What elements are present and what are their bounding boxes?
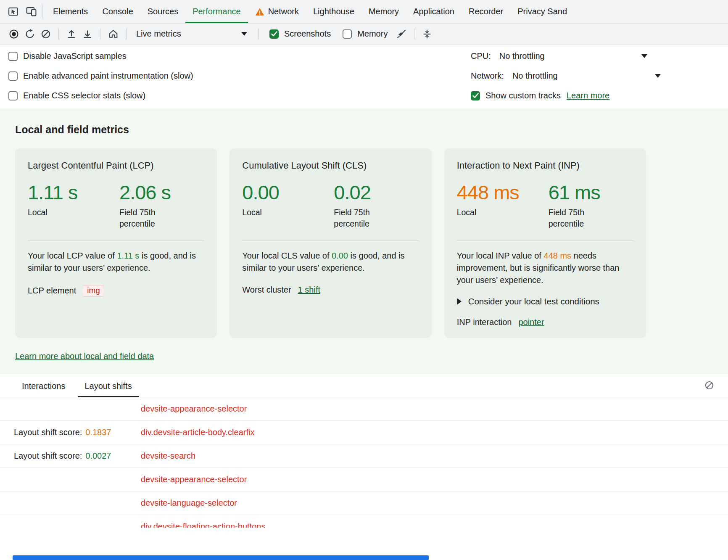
reload-and-record-button[interactable] (23, 27, 37, 41)
element-link[interactable]: devsite-appearance-selector (141, 404, 247, 414)
cpu-throttle-select[interactable]: CPU: No throttling (471, 46, 647, 66)
layout-shift-row: Layout shift score: 0.0027 devsite-searc… (0, 444, 728, 468)
card-title: Interaction to Next Paint (INP) (457, 160, 633, 171)
inp-interaction-link[interactable]: pointer (518, 317, 544, 327)
log-tabs-header: Interactions Layout shifts (0, 374, 728, 397)
field-label: Field 75th percentile (549, 207, 605, 229)
element-link[interactable]: devsite-search (141, 451, 195, 461)
layout-shift-row: div.devsite-floating-action-buttons (0, 515, 728, 528)
tab-console[interactable]: Console (95, 0, 140, 23)
network-throttle-select[interactable]: Network: No throttling (471, 66, 647, 86)
tab-layout-shifts[interactable]: Layout shifts (78, 375, 138, 397)
clear-icon (40, 29, 51, 40)
tab-elements[interactable]: Elements (46, 0, 95, 23)
live-metrics-log: Interactions Layout shifts devsite-appea… (0, 374, 728, 528)
memory-checkbox[interactable]: Memory (338, 29, 393, 39)
custom-tracks-row: Show custom tracks Learn more (471, 86, 647, 106)
broom-icon (396, 29, 407, 40)
throttling-options: CPU: No throttling Network: No throttlin… (471, 46, 647, 106)
tab-application[interactable]: Application (406, 0, 462, 23)
tab-memory[interactable]: Memory (361, 0, 406, 23)
inspect-element-button[interactable] (6, 4, 21, 19)
tab-sources[interactable]: Sources (140, 0, 185, 23)
consider-local-test-conditions-toggle[interactable]: Consider your local test conditions (457, 296, 633, 306)
layout-shift-row: Layout shift score: 0.1837 div.devsite-a… (0, 421, 728, 444)
tab-privacy-sandbox[interactable]: Privacy Sand (510, 0, 574, 23)
tab-lighthouse[interactable]: Lighthouse (306, 0, 361, 23)
lcp-card: Largest Contentful Paint (LCP) 1.11 s Lo… (15, 148, 217, 338)
learn-more-field-data-link[interactable]: Learn more about local and field data (15, 351, 154, 361)
show-custom-tracks-label: Show custom tracks (485, 91, 561, 100)
collapse-icon (422, 29, 433, 40)
element-link[interactable]: devsite-appearance-selector (141, 475, 247, 484)
advanced-paint-instrumentation-checkbox[interactable]: Enable advanced paint instrumentation (s… (3, 71, 198, 81)
learn-more-link[interactable]: Learn more (567, 91, 609, 100)
lcp-description: Your local LCP value of 1.11 s is good, … (28, 250, 204, 274)
home-button[interactable] (106, 26, 121, 41)
divider (58, 29, 59, 40)
local-field-metrics-section: Local and field metrics Largest Contentf… (0, 109, 728, 374)
block-icon (704, 380, 715, 391)
element-link[interactable]: div.devsite-article-body.clearfix (141, 428, 254, 437)
inp-interaction-label: INP interaction (457, 317, 512, 327)
layout-shift-score: Layout shift score: 0.1837 (14, 428, 141, 437)
memory-label: Memory (357, 29, 388, 39)
element-link[interactable]: devsite-language-selector (141, 498, 237, 508)
metric-cards: Largest Contentful Paint (LCP) 1.11 s Lo… (0, 136, 728, 338)
triangle-right-icon (457, 298, 462, 305)
home-icon (108, 28, 119, 40)
section-heading: Local and field metrics (15, 124, 728, 136)
divider (100, 29, 100, 40)
screenshots-label: Screenshots (284, 29, 331, 39)
inp-field-value: 61 ms (549, 182, 605, 203)
layout-shift-score: Layout shift score: 0.0027 (14, 451, 141, 461)
chevron-down-icon (241, 32, 247, 36)
load-profile-button[interactable] (64, 27, 79, 41)
lcp-element-node-link[interactable]: img (83, 285, 104, 297)
element-link[interactable]: div.devsite-floating-action-buttons (141, 522, 265, 528)
chevron-down-icon (655, 74, 661, 78)
cls-field-value: 0.02 (334, 182, 390, 203)
reload-icon (24, 29, 35, 40)
local-label: Local (242, 207, 321, 218)
css-selector-stats-checkbox[interactable]: Enable CSS selector stats (slow) (3, 91, 150, 100)
collect-garbage-button[interactable] (394, 27, 409, 41)
screenshots-checkbox[interactable]: Screenshots (264, 29, 336, 39)
divider (28, 240, 204, 240)
disable-js-samples-checkbox[interactable]: Disable JavaScript samples (3, 51, 132, 61)
divider (414, 29, 414, 40)
tab-recorder[interactable]: Recorder (462, 0, 510, 23)
record-button[interactable] (7, 27, 21, 41)
save-profile-button[interactable] (80, 27, 95, 41)
network-label: Network: (471, 71, 504, 81)
card-title: Largest Contentful Paint (LCP) (28, 160, 204, 171)
chevron-down-icon (641, 54, 647, 58)
divider (242, 240, 419, 240)
clear-log-button[interactable] (702, 378, 716, 392)
worst-cluster-link[interactable]: 1 shift (298, 285, 320, 295)
divider (126, 29, 127, 40)
upload-icon (66, 29, 77, 40)
tab-network[interactable]: Network (248, 0, 306, 23)
tab-performance[interactable]: Performance (185, 0, 248, 23)
show-custom-tracks-checkbox[interactable]: Show custom tracks (471, 91, 561, 100)
css-selector-stats-label: Enable CSS selector stats (slow) (23, 91, 145, 100)
divider (258, 29, 259, 40)
warning-icon (255, 8, 264, 16)
performance-toolbar: Live metrics Screenshots Memory (0, 24, 728, 45)
field-label: Field 75th percentile (119, 207, 176, 229)
advanced-paint-instrumentation-label: Enable advanced paint instrumentation (s… (23, 71, 193, 81)
device-toolbar-button[interactable] (24, 4, 39, 19)
device-toolbar-icon (26, 6, 37, 17)
card-title: Cumulative Layout Shift (CLS) (242, 160, 419, 171)
devtools-tabbar: Elements Console Sources Performance Net… (0, 0, 728, 24)
checkbox-unchecked-icon (8, 91, 18, 100)
cpu-throttle-value: No throttling (499, 51, 545, 61)
clear-button[interactable] (39, 27, 53, 41)
tab-interactions[interactable]: Interactions (15, 375, 72, 397)
live-metrics-select[interactable]: Live metrics (132, 29, 253, 39)
live-metrics-label: Live metrics (136, 29, 181, 39)
layout-shift-row: devsite-appearance-selector (0, 397, 728, 421)
collapse-panel-button[interactable] (420, 27, 434, 41)
checkbox-unchecked-icon (8, 71, 18, 81)
